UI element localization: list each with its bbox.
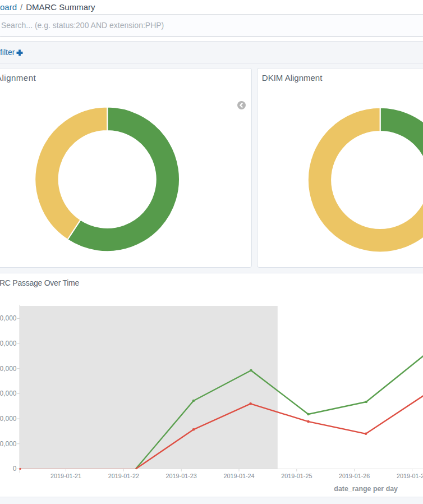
svg-text:250,000: 250,000	[0, 340, 17, 347]
svg-text:2019-01-23: 2019-01-23	[166, 473, 197, 479]
svg-text:2019-01-27: 2019-01-27	[397, 473, 423, 479]
svg-text:date_range per day: date_range per day	[334, 485, 398, 493]
svg-text:150,000: 150,000	[0, 390, 17, 397]
svg-text:300,000: 300,000	[0, 314, 17, 322]
svg-text:2019-01-25: 2019-01-25	[281, 473, 312, 479]
svg-text:2019-01-24: 2019-01-24	[223, 473, 254, 479]
svg-text:2019-01-21: 2019-01-21	[50, 473, 81, 479]
svg-text:100,000: 100,000	[0, 415, 17, 423]
svg-text:50,000: 50,000	[0, 440, 17, 448]
svg-text:0: 0	[13, 465, 17, 473]
svg-text:2019-01-22: 2019-01-22	[108, 473, 139, 479]
svg-text:2019-01-26: 2019-01-26	[339, 473, 370, 479]
svg-text:200,000: 200,000	[0, 365, 17, 373]
